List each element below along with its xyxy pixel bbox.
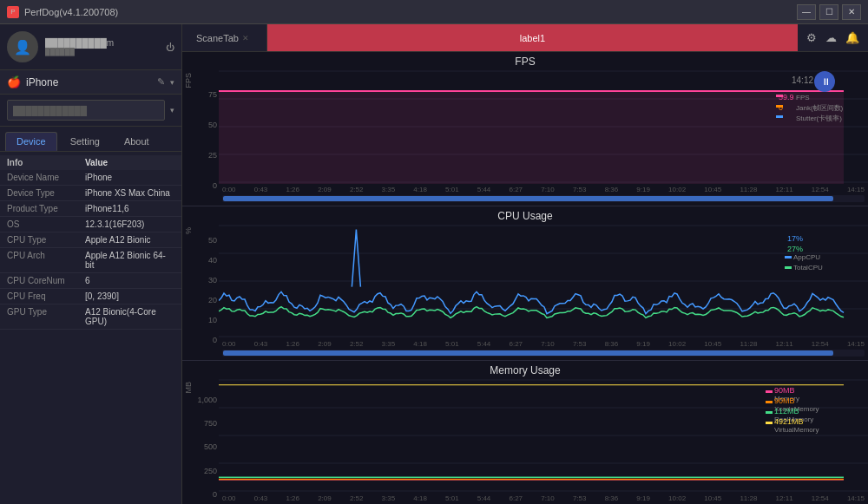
info-label: CPU Arch (7, 251, 85, 260)
time-label: 4:18 (413, 494, 427, 502)
app-dropdown-icon[interactable]: ▾ (170, 106, 174, 115)
main-layout: 👤 ██████████m ██████ ⏻ 🍎 iPhone ✎ ▾ ████… (0, 24, 868, 504)
user-row: 👤 ██████████m ██████ ⏻ (0, 24, 181, 70)
time-scroll-1[interactable] (222, 350, 865, 357)
maximize-button[interactable]: ☐ (819, 4, 838, 20)
info-table-header: Info Value (0, 155, 181, 170)
tab-about[interactable]: About (113, 132, 161, 151)
time-label: 12:54 (812, 340, 829, 348)
info-value: 6 (85, 276, 174, 285)
time-label: 10:02 (668, 340, 686, 348)
time-axis-0: 0:000:431:262:092:523:354:185:015:446:27… (219, 184, 868, 195)
scans-tab-close[interactable]: ✕ (242, 34, 249, 43)
device-selector[interactable]: 🍎 iPhone ✎ ▾ (0, 70, 181, 95)
info-value: Apple A12 Bionic 64-bit (85, 251, 174, 270)
time-label: 14:15 (847, 186, 865, 193)
minimize-button[interactable]: — (797, 4, 816, 20)
chart-title-0: FPS (182, 52, 868, 69)
time-label: 8:36 (605, 340, 619, 348)
close-button[interactable]: ✕ (842, 4, 861, 20)
info-row: OS12.3.1(16F203) (0, 217, 181, 232)
time-label: 5:01 (445, 494, 459, 502)
info-row: CPU TypeApple A12 Bionic (0, 232, 181, 248)
chart-y-label-0: FPS (184, 73, 196, 88)
svg-rect-45 (766, 411, 773, 414)
chart-y-values-1: 50403020100 (184, 236, 217, 344)
svg-text:Stutter(卡顿率): Stutter(卡顿率) (796, 115, 842, 122)
time-axis-2: 0:000:431:262:092:523:354:185:015:446:27… (219, 493, 868, 504)
svg-text:FPS: FPS (796, 94, 810, 101)
chart-y-axis-1: %50403020100 (182, 224, 219, 360)
settings-icon[interactable]: ⚙ (806, 31, 817, 44)
info-value: [0, 2390] (85, 291, 174, 301)
time-label: 10:02 (668, 186, 686, 193)
chart-panel-0: FPSFPS755025014:12⏸59.90FPSJank(帧区间数)Stu… (182, 52, 868, 206)
info-label: CPU Type (7, 235, 85, 245)
time-label: 14:15 (847, 494, 865, 502)
time-label: 6:27 (509, 340, 523, 348)
app-selector-input[interactable]: ████████████ (7, 100, 165, 121)
svg-rect-12 (776, 95, 783, 97)
svg-text:Jank(帧区间数): Jank(帧区间数) (796, 104, 844, 112)
time-label: 9:19 (636, 494, 650, 502)
svg-rect-39 (766, 390, 773, 393)
chart-body-2: MB1,000750500250090MBMemory90MBXcodeMemo… (182, 378, 868, 504)
time-label: 2:52 (350, 340, 364, 348)
time-label: 2:09 (318, 340, 332, 348)
info-label: Product Type (7, 204, 85, 213)
chart-body-0: FPS755025014:12⏸59.90FPSJank(帧区间数)Stutte… (182, 69, 868, 206)
scans-header: ScaneTab ✕ label1 ⚙ ☁ 🔔 (182, 24, 868, 52)
svg-text:14:12: 14:12 (792, 75, 813, 85)
scans-tab-label[interactable]: ScaneTab ✕ (182, 24, 267, 51)
info-label: GPU Type (7, 307, 85, 317)
user-info: ██████████m ██████ (45, 38, 159, 56)
time-label: 1:26 (286, 494, 299, 502)
label1-text: label1 (520, 33, 545, 43)
edit-device-icon[interactable]: ✎ (157, 76, 165, 88)
info-row: Product TypeiPhone11,6 (0, 201, 181, 217)
info-row: CPU CoreNum6 (0, 273, 181, 289)
svg-text:AppCPU: AppCPU (793, 253, 820, 261)
chart-main-1: 17%27%AppCPUTotalCPU0:000:431:262:092:52… (219, 224, 868, 360)
time-label: 11:28 (740, 186, 757, 193)
chart-y-values-0: 7550250 (184, 90, 217, 190)
tab-device[interactable]: Device (5, 132, 57, 151)
notification-icon[interactable]: 🔔 (845, 31, 859, 44)
time-label: 4:18 (413, 340, 427, 348)
time-label: 3:35 (382, 494, 396, 502)
cloud-icon[interactable]: ☁ (825, 31, 837, 44)
device-name-label: iPhone (26, 76, 152, 88)
svg-text:17%: 17% (787, 234, 803, 243)
device-dropdown-icon[interactable]: ▾ (170, 78, 174, 87)
info-value: A12 Bionic(4-Core GPU) (85, 307, 174, 326)
time-label: 9:19 (636, 186, 650, 193)
tab-setting[interactable]: Setting (59, 132, 111, 151)
time-label: 12:11 (776, 340, 793, 348)
col-value-label: Value (85, 158, 174, 167)
svg-rect-48 (766, 422, 773, 424)
username: ██████████m (45, 38, 159, 48)
time-scroll-0[interactable] (222, 195, 865, 202)
chart-svg-2: 90MBMemory90MBXcodeMemory112MBRealMemory… (219, 378, 868, 493)
chart-main-2: 90MBMemory90MBXcodeMemory112MBRealMemory… (219, 378, 868, 504)
time-label: 10:45 (704, 340, 721, 348)
time-label: 8:36 (605, 186, 619, 193)
time-label: 1:26 (286, 186, 299, 193)
chart-y-label-2: MB (184, 382, 196, 394)
svg-text:TotalCPU: TotalCPU (793, 264, 823, 272)
chart-title-1: CPU Usage (182, 206, 868, 224)
time-label: 10:45 (704, 494, 721, 502)
svg-text:⏸: ⏸ (821, 76, 831, 87)
time-label: 2:09 (318, 494, 332, 502)
chart-svg-0: 14:12⏸59.90FPSJank(帧区间数)Stutter(卡顿率) (219, 69, 868, 184)
info-value: iPhone (85, 173, 174, 182)
power-icon[interactable]: ⏻ (166, 43, 174, 52)
label1-bar: label1 (267, 24, 798, 51)
time-label: 0:00 (222, 494, 236, 502)
svg-text:27%: 27% (787, 245, 803, 253)
title-bar: P PerfDog(v4.1.200708) — ☐ ✕ (0, 0, 868, 24)
charts-area: FPSFPS755025014:12⏸59.90FPSJank(帧区间数)Stu… (182, 52, 868, 504)
time-label: 7:53 (573, 494, 587, 502)
time-axis-1: 0:000:431:262:092:523:354:185:015:446:27… (219, 338, 868, 350)
time-label: 2:52 (350, 494, 364, 502)
